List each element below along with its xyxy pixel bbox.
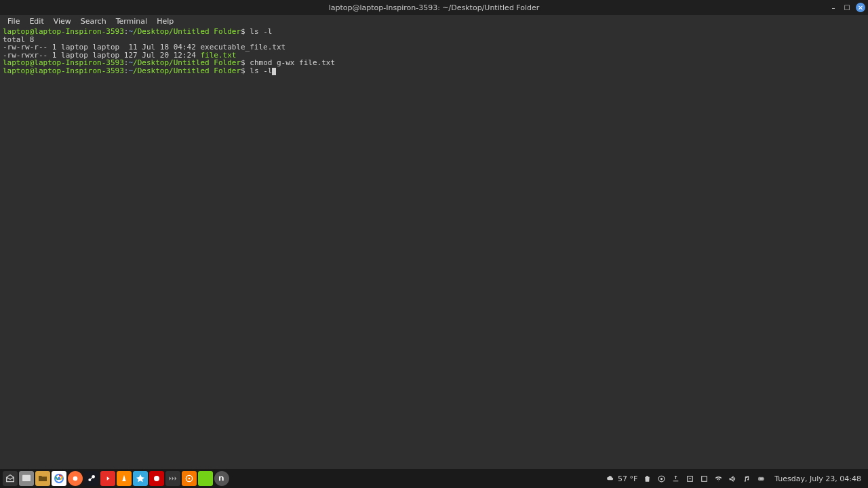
- terminal-area[interactable]: laptop@laptop-Inspiron-3593:~/Desktop/Un…: [0, 27, 868, 469]
- volume-icon[interactable]: [728, 474, 737, 483]
- maximize-button[interactable]: ☐: [842, 3, 852, 12]
- system-tray: 57 °F Tuesday, July 23, 04:48: [606, 474, 865, 483]
- svg-point-10: [660, 477, 663, 479]
- menu-search[interactable]: Search: [76, 17, 111, 26]
- terminal-window: laptop@laptop-Inspiron-3593: ~/Desktop/U…: [0, 0, 868, 469]
- titlebar: laptop@laptop-Inspiron-3593: ~/Desktop/U…: [0, 0, 868, 15]
- taskbar-launchers: [3, 471, 229, 486]
- close-button[interactable]: ✕: [856, 3, 865, 12]
- prompt-user: laptop@laptop-Inspiron-3593: [3, 66, 124, 75]
- svg-rect-15: [759, 478, 762, 480]
- weather-widget[interactable]: 57 °F: [606, 474, 637, 483]
- weather-temp: 57 °F: [618, 474, 637, 483]
- app-icon-1[interactable]: [133, 471, 148, 486]
- tray-icon-1[interactable]: [685, 474, 694, 483]
- network-icon[interactable]: [713, 474, 723, 483]
- prompt-path-rest: /Desktop/Untitled Folder: [133, 27, 241, 36]
- menu-view[interactable]: View: [49, 17, 76, 26]
- obs-tray-icon[interactable]: [656, 474, 666, 483]
- vlc-icon[interactable]: [117, 471, 132, 486]
- menu-terminal[interactable]: Terminal: [111, 17, 153, 26]
- window-title: laptop@laptop-Inspiron-3593: ~/Desktop/U…: [329, 3, 540, 12]
- menubar: File Edit View Search Terminal Help: [0, 15, 868, 27]
- app-icon-2[interactable]: [149, 471, 164, 486]
- updates-icon[interactable]: [671, 474, 680, 483]
- weather-icon: [606, 474, 616, 483]
- svg-rect-0: [22, 475, 31, 481]
- menu-edit[interactable]: Edit: [24, 17, 48, 26]
- app-icon-5[interactable]: [198, 471, 213, 486]
- svg-point-3: [73, 476, 78, 481]
- command-3: ls -l: [250, 66, 272, 75]
- file-manager-icon[interactable]: [35, 471, 50, 486]
- clock[interactable]: Tuesday, July 23, 04:48: [770, 474, 865, 483]
- chrome-icon[interactable]: [52, 471, 66, 486]
- tray-icon-2[interactable]: [699, 474, 709, 483]
- window-controls: – ☐ ✕: [829, 3, 865, 12]
- svg-point-6: [154, 476, 159, 481]
- prompt-suffix: $: [241, 27, 245, 36]
- steam-icon[interactable]: [84, 471, 99, 486]
- svg-rect-14: [764, 478, 764, 479]
- command-1: ls -l: [250, 27, 272, 36]
- trash-icon[interactable]: [642, 474, 652, 483]
- start-menu-button[interactable]: [3, 471, 18, 486]
- prompt-suffix: $: [241, 66, 245, 75]
- svg-rect-12: [701, 476, 707, 481]
- minimize-button[interactable]: –: [829, 3, 838, 12]
- youtube-icon[interactable]: [100, 471, 115, 486]
- battery-icon[interactable]: [756, 474, 766, 483]
- svg-point-8: [189, 478, 191, 480]
- mint-menu-icon[interactable]: [214, 471, 229, 486]
- music-icon[interactable]: [742, 474, 751, 483]
- show-desktop-icon[interactable]: [19, 471, 34, 486]
- app-icon-3[interactable]: [165, 471, 180, 486]
- firefox-icon[interactable]: [68, 471, 83, 486]
- menu-help[interactable]: Help: [152, 17, 178, 26]
- app-icon-4[interactable]: [182, 471, 197, 486]
- prompt-path-rest: /Desktop/Untitled Folder: [133, 66, 241, 75]
- taskbar: 57 °F Tuesday, July 23, 04:48: [0, 469, 868, 488]
- cursor: [272, 68, 276, 75]
- menu-file[interactable]: File: [3, 17, 24, 26]
